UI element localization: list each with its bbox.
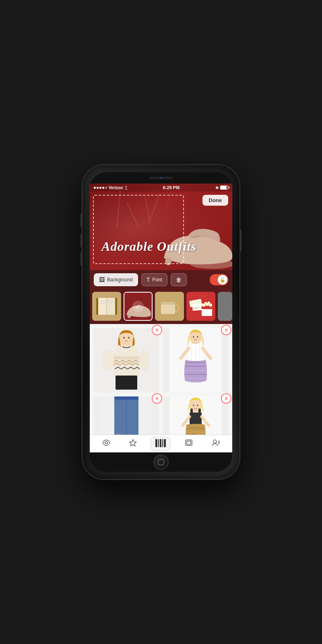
board-title: Adorable Outfits	[90, 239, 208, 254]
svg-point-63	[193, 405, 194, 406]
toolbar: 🖼 Background T Font 🗑 🔓	[90, 270, 232, 289]
home-button[interactable]	[153, 454, 169, 470]
svg-rect-80	[164, 439, 166, 447]
wifi-icon: ⌶	[125, 186, 127, 190]
status-time: 6:29 PM	[163, 185, 180, 190]
svg-rect-82	[187, 441, 191, 444]
remove-button-3[interactable]: ×	[152, 393, 162, 404]
carrier-label: Verizon	[109, 186, 123, 190]
book-art	[92, 292, 121, 321]
svg-point-32	[139, 350, 150, 370]
status-bar: Verizon ⌶ 6:29 PM ✱	[90, 184, 232, 192]
battery-icon	[220, 186, 228, 190]
lock-toggle[interactable]: 🔓	[210, 274, 228, 285]
battery-fill	[221, 186, 227, 189]
outfit-item-2: ×	[163, 328, 228, 392]
mug-svg	[155, 292, 184, 321]
svg-rect-79	[162, 439, 163, 447]
background-selector: ✓	[90, 289, 232, 324]
outfit-grid: ×	[90, 324, 232, 435]
outfit-figure-2	[163, 328, 228, 392]
nav-item-layers[interactable]	[180, 437, 197, 450]
shoe-svg	[156, 202, 232, 270]
bg-thumb-mug[interactable]	[155, 292, 184, 321]
svg-rect-76	[155, 439, 157, 447]
status-left: Verizon ⌶	[94, 186, 127, 190]
text-icon: T	[147, 277, 150, 283]
svg-point-83	[213, 440, 217, 443]
home-button-inner	[158, 459, 164, 465]
outfit-svg-3: denim	[100, 396, 153, 435]
svg-point-25	[208, 301, 210, 304]
svg-rect-36	[116, 376, 137, 390]
nav-item-view[interactable]	[98, 438, 115, 450]
svg-point-31	[103, 350, 114, 370]
bg-thumb-shoes[interactable]: ✓	[124, 292, 153, 321]
svg-rect-66	[190, 409, 193, 413]
svg-marker-75	[129, 440, 136, 446]
signal-dot-5	[105, 187, 107, 189]
outfit-item-4: ×	[163, 396, 228, 435]
svg-point-64	[197, 405, 198, 406]
svg-point-41	[197, 336, 198, 338]
signal-dots	[94, 187, 107, 189]
signal-dot-2	[97, 187, 99, 189]
header-image: Done Adorable Outfits	[90, 184, 232, 270]
svg-rect-14	[161, 302, 175, 305]
mug-art	[155, 292, 184, 321]
eye-icon	[102, 440, 111, 448]
phone-top-bar	[90, 172, 232, 184]
svg-rect-77	[158, 439, 159, 447]
barcode-icon	[155, 439, 166, 449]
svg-point-23	[209, 303, 212, 307]
bg-thumb-book[interactable]	[92, 292, 121, 321]
phone-screen: Verizon ⌶ 6:29 PM ✱	[90, 184, 232, 452]
svg-rect-3	[98, 298, 107, 315]
image-icon: 🖼	[99, 277, 105, 283]
nav-item-favorites[interactable]	[125, 437, 141, 450]
done-button[interactable]: Done	[202, 195, 229, 206]
outfit-item-1: ×	[94, 328, 159, 392]
background-label: Background	[107, 277, 133, 283]
bg-thumb-more[interactable]	[218, 292, 232, 321]
outfit-figure-3: denim	[94, 396, 159, 435]
book-svg	[92, 292, 121, 321]
nav-item-profile[interactable]	[207, 437, 224, 450]
svg-point-34	[123, 337, 125, 339]
screen-content: Verizon ⌶ 6:29 PM ✱	[90, 184, 232, 452]
outfit-svg-4	[169, 396, 222, 435]
svg-rect-30	[113, 356, 140, 359]
nav-item-scan[interactable]	[151, 437, 171, 451]
lock-icon: 🔓	[218, 275, 227, 285]
selected-check: ✓	[132, 301, 144, 312]
background-button[interactable]: 🖼 Background	[94, 273, 138, 286]
remove-button-4[interactable]: ×	[221, 393, 231, 404]
status-right: ✱	[215, 186, 228, 190]
profile-icon	[211, 439, 220, 449]
signal-dot-3	[99, 187, 101, 189]
svg-point-74	[105, 442, 107, 444]
svg-text:denim: denim	[116, 433, 122, 435]
svg-point-35	[128, 337, 130, 339]
bottom-nav	[90, 435, 232, 452]
outfit-item-3: ×	[94, 396, 159, 435]
remove-button-2[interactable]: ×	[221, 325, 231, 335]
signal-dot-1	[94, 187, 96, 189]
phone-device: Verizon ⌶ 6:29 PM ✱	[83, 165, 239, 479]
layers-icon	[184, 439, 193, 449]
phone-inner: Verizon ⌶ 6:29 PM ✱	[90, 172, 232, 472]
more-svg	[218, 292, 232, 321]
svg-rect-56	[114, 396, 138, 400]
star-icon	[129, 439, 137, 449]
bg-thumb-popcorn[interactable]: ADMIT ONE	[186, 292, 215, 321]
svg-rect-4	[107, 298, 115, 315]
font-label: Font	[153, 277, 162, 283]
svg-rect-26	[218, 292, 232, 321]
svg-point-40	[193, 336, 194, 338]
bluetooth-icon: ✱	[215, 186, 219, 190]
remove-button-1[interactable]: ×	[152, 325, 162, 335]
font-button[interactable]: T Font	[141, 273, 167, 286]
delete-button[interactable]: 🗑	[171, 273, 187, 286]
camera-dot	[160, 177, 162, 179]
shoe-image	[156, 198, 232, 270]
